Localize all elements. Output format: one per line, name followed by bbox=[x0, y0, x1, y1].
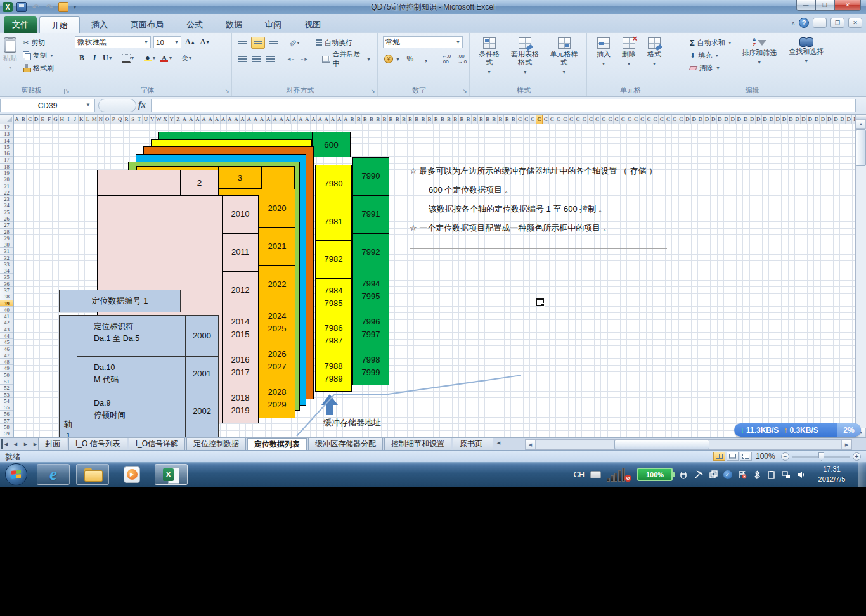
row-header[interactable]: 35 bbox=[0, 274, 13, 280]
column-header[interactable]: W bbox=[156, 115, 162, 124]
column-header[interactable]: D bbox=[685, 115, 691, 124]
column-header[interactable]: B bbox=[510, 115, 517, 124]
number-dialog-launcher[interactable]: ↘ bbox=[462, 89, 467, 94]
increase-indent-button[interactable]: ≡► bbox=[298, 53, 311, 65]
wrap-text-button[interactable]: 自动换行 bbox=[313, 36, 355, 49]
page-break-view-button[interactable] bbox=[740, 452, 752, 461]
security-shield-icon[interactable]: ✓ bbox=[723, 470, 732, 479]
row-header[interactable]: 37 bbox=[0, 287, 13, 293]
column-header[interactable]: A bbox=[298, 115, 304, 124]
column-header[interactable]: D bbox=[717, 115, 723, 124]
collapse-ribbon-icon[interactable]: ∧ bbox=[791, 20, 795, 26]
normal-view-button[interactable] bbox=[713, 452, 725, 461]
row-header[interactable]: 52 bbox=[0, 385, 13, 391]
ribbon-tab[interactable]: 开始 bbox=[39, 16, 80, 33]
bluetooth-icon[interactable] bbox=[752, 470, 761, 479]
column-header[interactable]: B bbox=[407, 115, 413, 124]
column-header[interactable]: S bbox=[130, 115, 136, 124]
column-header[interactable]: B bbox=[394, 115, 401, 124]
row-header[interactable]: 18 bbox=[0, 164, 13, 170]
column-header[interactable]: C bbox=[569, 115, 575, 124]
row-header[interactable]: 25 bbox=[0, 209, 13, 215]
column-header[interactable]: A bbox=[259, 115, 266, 124]
phonetic-button[interactable]: 变▼ bbox=[180, 52, 193, 64]
taskbar-explorer-button[interactable] bbox=[76, 464, 109, 485]
minimize-button[interactable]: — bbox=[796, 0, 815, 11]
column-header[interactable]: B bbox=[504, 115, 510, 124]
column-header[interactable]: D bbox=[34, 115, 40, 124]
column-header[interactable]: C bbox=[594, 115, 600, 124]
row-header[interactable]: 40 bbox=[0, 307, 13, 313]
column-header[interactable]: B bbox=[388, 115, 394, 124]
column-header[interactable]: T bbox=[136, 115, 143, 124]
row-header[interactable]: 27 bbox=[0, 222, 13, 228]
increase-decimal-button[interactable]: ←.0.00 bbox=[441, 53, 452, 65]
alignment-dialog-launcher[interactable]: ↘ bbox=[370, 89, 375, 94]
vertical-scroll-thumb[interactable] bbox=[856, 129, 866, 166]
help-icon[interactable]: ? bbox=[799, 18, 809, 28]
column-header[interactable]: A bbox=[304, 115, 311, 124]
underline-button[interactable]: U▼ bbox=[101, 52, 114, 64]
column-header[interactable]: D bbox=[749, 115, 756, 124]
column-header[interactable]: D bbox=[781, 115, 787, 124]
row-header[interactable]: 54 bbox=[0, 398, 13, 404]
fx-icon[interactable]: fx bbox=[138, 100, 146, 110]
find-select-button[interactable]: 查找和选择▼ bbox=[783, 35, 830, 74]
column-header[interactable]: A bbox=[240, 115, 246, 124]
column-header[interactable]: C bbox=[640, 115, 646, 124]
ribbon-tab[interactable]: 数据 bbox=[214, 16, 254, 33]
select-all-corner[interactable] bbox=[0, 115, 14, 124]
first-sheet-icon[interactable]: ◀ bbox=[1, 439, 10, 449]
column-header[interactable]: B bbox=[439, 115, 446, 124]
column-header[interactable]: B bbox=[414, 115, 420, 124]
network-pc-icon[interactable] bbox=[781, 470, 791, 479]
battery-indicator[interactable]: 100% bbox=[637, 468, 673, 481]
horizontal-scroll-thumb[interactable] bbox=[614, 440, 709, 449]
ribbon-tab[interactable]: 公式 bbox=[175, 16, 214, 33]
network-signal-icon[interactable]: ⊘ bbox=[607, 468, 631, 482]
column-header[interactable]: C bbox=[530, 115, 536, 124]
column-header[interactable]: P bbox=[111, 115, 117, 124]
column-header[interactable]: U bbox=[143, 115, 149, 124]
column-header[interactable]: C bbox=[517, 115, 523, 124]
sheet-tab[interactable]: 原书页码 bbox=[453, 438, 493, 451]
column-header[interactable]: B bbox=[472, 115, 478, 124]
paste-button[interactable]: 粘贴▼ bbox=[0, 35, 20, 74]
row-header[interactable]: 42 bbox=[0, 319, 13, 326]
percent-style-button[interactable]: % bbox=[404, 53, 416, 65]
sheet600-address-column[interactable]: 7990799179927994 79957996 79977998 7999 bbox=[352, 157, 389, 385]
sheet3-address-column[interactable]: 2020202120222024 20252026 20272028 2029 bbox=[259, 189, 295, 418]
sheet-tab[interactable]: I_O 信号列表 bbox=[68, 438, 127, 451]
column-header[interactable]: O bbox=[104, 115, 110, 124]
sheet-tab[interactable]: 定位控制数据 bbox=[186, 438, 246, 451]
column-header[interactable]: A bbox=[291, 115, 297, 124]
shrink-font-button[interactable]: A▼ bbox=[199, 36, 212, 48]
horizontal-scrollbar[interactable]: ◀ ▶ bbox=[525, 439, 852, 450]
row-header[interactable]: 39 bbox=[0, 300, 13, 307]
taskbar-excel-button[interactable]: X bbox=[155, 464, 188, 485]
column-header[interactable]: H bbox=[59, 115, 65, 124]
row-header[interactable]: 28 bbox=[0, 229, 13, 235]
zoom-in-button[interactable]: + bbox=[853, 452, 861, 461]
start-button[interactable] bbox=[5, 463, 27, 485]
column-header[interactable]: C bbox=[549, 115, 555, 124]
column-header[interactable]: C bbox=[665, 115, 671, 124]
column-header[interactable]: A bbox=[246, 115, 252, 124]
column-header[interactable]: R bbox=[124, 115, 130, 124]
italic-button[interactable]: I bbox=[89, 52, 100, 64]
column-header[interactable]: C bbox=[601, 115, 607, 124]
row-header[interactable]: 16 bbox=[0, 150, 13, 157]
workbook-restore-button[interactable]: ❐ bbox=[830, 18, 844, 28]
align-right-button[interactable] bbox=[264, 53, 276, 65]
bold-button[interactable]: B bbox=[76, 52, 87, 64]
column-header[interactable]: N bbox=[98, 115, 104, 124]
row-header[interactable]: 43 bbox=[0, 326, 13, 333]
column-header[interactable]: X bbox=[162, 115, 169, 124]
column-header[interactable]: B bbox=[382, 115, 388, 124]
column-header[interactable]: A bbox=[233, 115, 240, 124]
merge-center-button[interactable]: 合并后居中▼ bbox=[320, 53, 373, 65]
column-header[interactable]: C bbox=[633, 115, 640, 124]
column-header[interactable]: C bbox=[543, 115, 549, 124]
page-layout-view-button[interactable] bbox=[727, 452, 739, 461]
column-header[interactable]: A bbox=[201, 115, 207, 124]
